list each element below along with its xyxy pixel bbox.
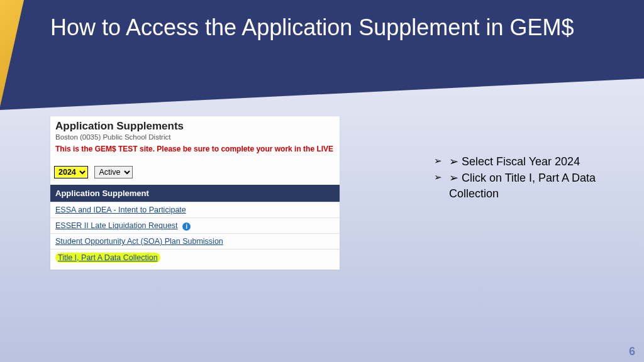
filter-controls: 2024 Active	[50, 157, 340, 185]
supplement-link-title-i[interactable]: Title I, Part A Data Collection	[58, 253, 158, 262]
chevron-right-icon: ➢	[434, 171, 442, 184]
status-select[interactable]: Active	[94, 166, 133, 178]
table-row: Title I, Part A Data Collection	[50, 249, 340, 266]
highlight: Title I, Part A Data Collection	[55, 253, 160, 263]
instruction-text: Click on Title I, Part A Data Collection	[449, 172, 596, 199]
table-header: Application Supplement	[50, 185, 340, 202]
panel-heading: Application Supplements	[54, 119, 336, 133]
page-number: 6	[629, 345, 635, 358]
fiscal-year-select[interactable]: 2024	[54, 166, 88, 178]
slide: How to Access the Application Supplement…	[0, 0, 644, 362]
supplement-link-soa[interactable]: Student Opportunity Act (SOA) Plan Submi…	[55, 237, 223, 246]
screenshot-panel: Application Supplements Boston (0035) Pu…	[50, 116, 340, 270]
info-icon[interactable]: i	[182, 222, 191, 231]
test-site-warning: This is the GEM$ TEST site. Please be su…	[54, 143, 336, 157]
supplement-link-esser-ii[interactable]: ESSER II Late Liquidation Request	[55, 221, 178, 230]
table-row: Student Opportunity Act (SOA) Plan Submi…	[50, 233, 340, 249]
list-item: ➢ Click on Title I, Part A Data Collecti…	[434, 170, 623, 201]
table-row: ESSA and IDEA - Intent to Participate	[50, 202, 340, 217]
table-row: ESSER II Late Liquidation Request i	[50, 217, 340, 233]
instruction-text: Select Fiscal Year 2024	[462, 155, 580, 168]
chevron-right-icon: ➢	[434, 155, 442, 167]
instruction-list: ➢ Select Fiscal Year 2024 ➢ Click on Tit…	[434, 154, 623, 202]
supplement-link-essa-idea[interactable]: ESSA and IDEA - Intent to Participate	[55, 206, 186, 214]
list-item: ➢ Select Fiscal Year 2024	[434, 154, 623, 169]
panel-subheading: Boston (0035) Public School District	[54, 133, 336, 143]
slide-title: How to Access the Application Supplement…	[50, 14, 604, 41]
